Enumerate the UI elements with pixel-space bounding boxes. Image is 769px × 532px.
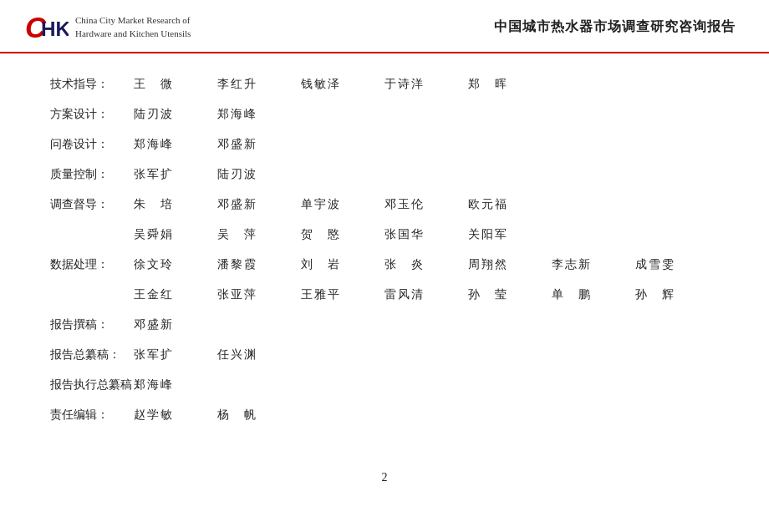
person-name: 任兴渊 [217,347,276,362]
continuation-row: 王金红张亚萍王雅平雷风清孙 莹单 鹏孙 辉 [50,287,719,302]
row-label: 方案设计： [50,107,134,122]
row-names: 赵学敏杨 帆 [134,408,719,423]
row-label: 报告执行总纂稿： [50,377,134,393]
content-row: 方案设计：陆刃波郑海峰 [50,107,719,122]
row-label: 报告总纂稿： [50,347,134,362]
person-name: 张国华 [384,227,443,242]
content-row: 责任编辑：赵学敏杨 帆 [50,408,719,423]
row-label: 报告撰稿： [50,317,134,332]
person-name: 郑海峰 [134,377,192,393]
continuation-row: 吴舜娟吴 萍贺 愍张国华关阳军 [50,227,719,242]
row-names: 郑海峰邓盛新 [134,137,719,152]
person-name: 王金红 [134,287,192,302]
person-name: 徐文玲 [134,257,192,272]
person-name: 贺 愍 [301,227,359,242]
person-name: 郑 晖 [468,77,527,92]
person-name: 成雪雯 [635,257,694,272]
header-title: 中国城市热水器市场调查研究咨询报告 [494,18,736,36]
row-names: 陆刃波郑海峰 [134,107,719,122]
row-names: 郑海峰 [134,377,719,393]
row-label: 问卷设计： [50,137,134,152]
row-names: 邓盛新 [134,317,719,332]
person-name: 孙 莹 [468,287,527,302]
content-row: 质量控制：张军扩陆刃波 [50,167,719,182]
person-name: 杨 帆 [217,408,276,423]
person-name: 邓盛新 [217,137,276,152]
row-names: 王 微李红升钱敏泽于诗洋郑 晖 [134,77,719,92]
person-name: 陆刃波 [134,107,192,122]
svg-text:HKR: HKR [41,18,69,40]
logo-text: China City Market Research of Hardware a… [75,13,191,41]
person-name: 吴舜娟 [134,227,192,242]
person-name: 钱敏泽 [301,77,359,92]
person-name: 李红升 [217,77,276,92]
person-name: 张 炎 [384,257,443,272]
row-label: 调查督导： [50,197,134,212]
person-name: 王 微 [134,77,192,92]
person-name: 邓盛新 [217,197,276,212]
row-names: 徐文玲潘黎霞刘 岩张 炎周翔然李志新成雪雯 [134,257,719,272]
person-name: 张军扩 [134,347,192,362]
person-name: 邓盛新 [134,317,192,332]
person-name: 郑海峰 [217,107,276,122]
person-name: 单 鹏 [552,287,610,302]
person-name: 欧元福 [468,197,527,212]
person-name: 周翔然 [468,257,527,272]
logo-area: C HKR China City Market Research of Hard… [25,8,191,45]
person-name: 张军扩 [134,167,192,182]
content-row: 报告撰稿：邓盛新 [50,317,719,332]
person-name: 关阳军 [468,227,527,242]
person-name: 李志新 [552,257,610,272]
content-row: 技术指导：王 微李红升钱敏泽于诗洋郑 晖 [50,77,719,92]
person-name: 张亚萍 [217,287,276,302]
row-names: 张军扩陆刃波 [134,167,719,182]
person-name: 于诗洋 [384,77,443,92]
row-label: 技术指导： [50,77,134,92]
person-name: 单宇波 [301,197,359,212]
row-names: 张军扩任兴渊 [134,347,719,362]
person-name: 潘黎霞 [217,257,276,272]
person-name: 王雅平 [301,287,359,302]
row-label: 数据处理： [50,257,134,272]
person-name: 雷风清 [384,287,443,302]
person-name: 赵学敏 [134,408,192,423]
person-name: 朱 培 [134,197,192,212]
content-row: 报告总纂稿：张军扩任兴渊 [50,347,719,362]
content-row: 调查督导：朱 培邓盛新单宇波邓玉伦欧元福 [50,197,719,212]
logo-icon: C HKR [25,8,69,45]
person-name: 吴 萍 [217,227,276,242]
person-name: 孙 辉 [635,287,694,302]
page-number: 2 [0,471,769,484]
content-row: 报告执行总纂稿：郑海峰 [50,377,719,393]
person-name: 邓玉伦 [384,197,443,212]
person-name: 郑海峰 [134,137,192,152]
page-header: C HKR China City Market Research of Hard… [0,0,769,53]
content-row: 问卷设计：郑海峰邓盛新 [50,137,719,152]
row-names: 朱 培邓盛新单宇波邓玉伦欧元福 [134,197,719,212]
person-name: 刘 岩 [301,257,359,272]
main-content: 技术指导：王 微李红升钱敏泽于诗洋郑 晖方案设计：陆刃波郑海峰问卷设计：郑海峰邓… [0,53,769,454]
row-label: 质量控制： [50,167,134,182]
row-label: 责任编辑： [50,408,134,423]
person-name: 陆刃波 [217,167,276,182]
content-row: 数据处理：徐文玲潘黎霞刘 岩张 炎周翔然李志新成雪雯 [50,257,719,272]
